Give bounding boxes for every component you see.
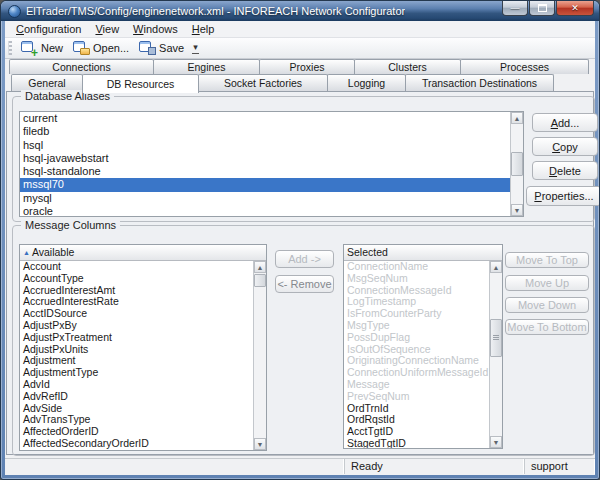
copy-alias-button[interactable]: Copy (532, 137, 598, 156)
selected-column-item-locked[interactable]: MsgType (344, 320, 489, 332)
database-alias-item[interactable]: mysql (20, 192, 510, 205)
tab-db-resources[interactable]: DB Resources (82, 74, 199, 93)
tab-row-upper: Connections Engines Proxies Clusters Pro… (5, 59, 588, 74)
selected-column-item-locked[interactable]: Message (344, 379, 489, 391)
new-button[interactable]: + New (17, 40, 69, 56)
database-alias-item[interactable]: hsql-standalone (20, 165, 510, 178)
available-column-item[interactable]: AffectedSecondaryOrderID (20, 438, 253, 450)
selected-normal-items: OrdTrnIdOrdRqstIdAcctTgtIDStagedTgtIDClO… (344, 403, 489, 448)
available-column-item[interactable]: AdvRefID (20, 391, 253, 403)
save-disk-icon (139, 41, 155, 55)
available-column-item[interactable]: AdjustPxBy (20, 320, 253, 332)
scroll-down-icon[interactable]: ▼ (254, 438, 266, 450)
database-aliases-list[interactable]: currentfiledbhsqlhsql-javawebstarthsql-s… (19, 111, 524, 217)
move-to-top-button[interactable]: Move To Top (505, 252, 589, 268)
properties-alias-button[interactable]: Properties... (526, 186, 600, 206)
open-folder-icon (73, 41, 89, 55)
tab-connections[interactable]: Connections (9, 59, 154, 74)
delete-alias-button[interactable]: Delete (532, 161, 598, 180)
tab-transaction-destinations[interactable]: Transaction Destinations (405, 74, 554, 91)
selected-header-label: Selected (347, 245, 388, 260)
selected-columns-list[interactable]: Selected ConnectionNameMsgSeqNumConnecti… (343, 244, 503, 449)
window-title: ElTrader/TMS/Config/enginenetwork.xml - … (26, 5, 405, 17)
scroll-down-icon[interactable]: ▼ (490, 436, 502, 448)
selected-column-item-locked[interactable]: MsgSeqNum (344, 273, 489, 285)
status-message: Ready (345, 459, 525, 474)
database-alias-item[interactable]: current (20, 112, 510, 125)
scroll-up-icon[interactable]: ▲ (490, 261, 502, 273)
remove-column-button[interactable]: <- Remove (275, 275, 334, 293)
scrollbar-thumb[interactable] (254, 274, 266, 287)
scroll-down-icon[interactable]: ▼ (511, 204, 523, 216)
scrollbar-thumb[interactable] (490, 319, 502, 357)
selected-list-scrollbar[interactable]: ▲ ▼ (489, 261, 502, 448)
open-button[interactable]: Open... (69, 40, 135, 56)
move-up-button[interactable]: Move Up (505, 275, 589, 291)
maximize-button[interactable] (529, 1, 555, 16)
status-left (5, 459, 345, 474)
tab-clusters[interactable]: Clusters (354, 59, 461, 74)
save-button[interactable]: Save (135, 40, 190, 56)
toolbar-overflow-icon[interactable]: ▾ (192, 43, 199, 54)
database-alias-item[interactable]: hsql (20, 139, 510, 152)
tab-pane: Connections Engines Proxies Clusters Pro… (5, 59, 595, 456)
toolbar-grip-handle[interactable] (8, 41, 12, 55)
tab-processes[interactable]: Processes (460, 59, 589, 74)
tab-row-lower: General DB Resources Socket Factories Lo… (5, 74, 553, 91)
message-columns-group-title: Message Columns (21, 219, 120, 231)
tab-logging[interactable]: Logging (327, 74, 406, 91)
app-window: ElTrader/TMS/Config/enginenetwork.xml - … (0, 0, 600, 480)
menu-help[interactable]: Help (185, 22, 222, 36)
menu-view[interactable]: View (88, 22, 126, 36)
new-button-label: New (41, 42, 63, 54)
database-alias-item[interactable]: filedb (20, 125, 510, 138)
status-user: support (525, 459, 595, 474)
available-list-scrollbar[interactable]: ▲ ▼ (253, 261, 266, 450)
scrollbar-thumb[interactable] (511, 152, 523, 176)
available-column-header[interactable]: ▲ Available (20, 245, 266, 261)
available-column-item[interactable]: AccountType (20, 273, 253, 285)
save-button-label: Save (159, 42, 184, 54)
tab-proxies[interactable]: Proxies (259, 59, 355, 74)
selected-column-header[interactable]: Selected (344, 245, 502, 261)
message-columns-group: Message Columns ▲ Available AccountAccou… (12, 225, 595, 456)
available-columns-list[interactable]: ▲ Available AccountAccountTypeAccruedInt… (19, 244, 267, 451)
database-alias-item[interactable]: mssql70 (20, 178, 510, 191)
database-aliases-group: Database Aliases currentfiledbhsqlhsql-j… (12, 96, 595, 222)
database-aliases-scrollbar[interactable]: ▲ ▼ (510, 112, 523, 216)
maximize-icon (538, 4, 547, 12)
client-area: Configuration View Windows Help + New Op… (5, 21, 595, 475)
new-document-icon: + (21, 41, 37, 55)
available-header-label: Available (32, 245, 74, 260)
available-column-item[interactable]: AdjustmentType (20, 367, 253, 379)
scroll-up-icon[interactable]: ▲ (511, 112, 523, 124)
selected-column-item-locked[interactable]: PossDupFlag (344, 332, 489, 344)
add-column-button[interactable]: Add -> (275, 250, 334, 268)
selected-column-item-locked[interactable]: PrevSeqNum (344, 391, 489, 403)
menu-windows[interactable]: Windows (126, 22, 185, 36)
menu-configuration[interactable]: Configuration (9, 22, 88, 36)
tab-general[interactable]: General (11, 74, 83, 91)
database-aliases-list-items: currentfiledbhsqlhsql-javawebstarthsql-s… (20, 112, 510, 216)
database-alias-item[interactable]: oracle (20, 205, 510, 216)
selected-column-item[interactable]: StagedTgtID (344, 438, 489, 448)
available-column-item[interactable]: AdvId (20, 379, 253, 391)
title-bar[interactable]: ElTrader/TMS/Config/enginenetwork.xml - … (1, 1, 599, 21)
app-globe-icon (8, 5, 21, 18)
close-button[interactable]: ✕ (556, 1, 594, 16)
tab-engines[interactable]: Engines (153, 59, 260, 74)
tab-socket-factories[interactable]: Socket Factories (198, 74, 328, 91)
add-alias-button[interactable]: Add... (532, 113, 598, 132)
available-list-items: AccountAccountTypeAccruedInterestAmtAccr… (20, 261, 253, 450)
minimize-button[interactable]: — (502, 1, 528, 16)
db-resources-panel: Database Aliases currentfiledbhsqlhsql-j… (6, 91, 594, 455)
available-column-item[interactable]: AdjustPxTreatment (20, 332, 253, 344)
move-to-bottom-button[interactable]: Move To Bottom (505, 319, 589, 335)
minimize-icon: — (511, 4, 520, 13)
status-bar: Ready support (5, 458, 595, 474)
database-alias-item[interactable]: hsql-javawebstart (20, 152, 510, 165)
move-down-button[interactable]: Move Down (505, 297, 589, 313)
toolbar: + New Open... Save ▾ (5, 38, 595, 59)
scroll-up-icon[interactable]: ▲ (254, 261, 266, 273)
selected-locked-items: ConnectionNameMsgSeqNumConnectionMessage… (344, 261, 489, 403)
